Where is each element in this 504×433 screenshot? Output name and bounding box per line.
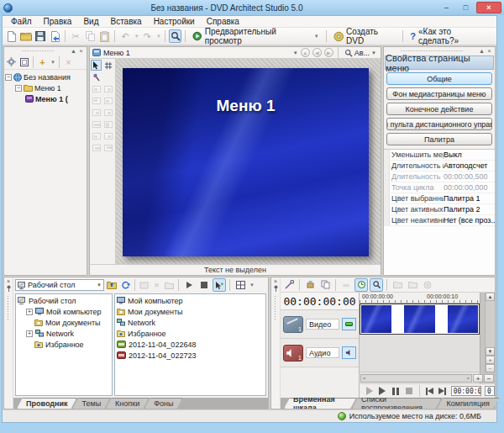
close-panel-icon[interactable]: × (7, 278, 10, 284)
cursor-timecode-field[interactable]: 00:00:0 (451, 386, 481, 396)
properties-tab-remote-buttons[interactable]: Кнопки пульта дистанционного управления (386, 118, 492, 130)
property-row[interactable]: Уменьшить мерцан...Выкл (384, 150, 495, 161)
tab-playlists[interactable]: Списки воспроизведения (352, 398, 441, 409)
tab-backgrounds[interactable]: Фоны (144, 398, 182, 409)
expander-icon[interactable]: + (26, 309, 33, 315)
new-project-icon[interactable] (5, 29, 18, 43)
video-clip[interactable] (361, 305, 391, 333)
create-dvd-button[interactable]: Создать DVD (330, 29, 400, 44)
expander-icon[interactable]: + (26, 330, 33, 337)
properties-tab-end-action[interactable]: Конечное действие (386, 103, 492, 115)
center-vertical-icon[interactable] (102, 107, 113, 118)
burn-disc-icon[interactable] (421, 278, 434, 292)
location-combo[interactable]: Рабочий стол ▼ (15, 279, 104, 291)
same-width-icon[interactable] (91, 119, 102, 129)
align-bottom-icon[interactable] (102, 95, 113, 106)
space-across-icon[interactable] (91, 130, 102, 141)
scroll-up-icon[interactable]: ▲ (486, 293, 495, 301)
menu-selector-combo[interactable]: Меню 1 ▼ (103, 49, 298, 57)
tab-compilation[interactable]: Компиляция (437, 398, 499, 409)
file-item[interactable]: Избранное (115, 328, 265, 339)
auto-preview-toggle-icon[interactable] (213, 278, 226, 292)
link-icon[interactable] (339, 278, 353, 292)
zoom-combo[interactable]: Ав... ▼ (343, 49, 378, 57)
pause-button[interactable] (391, 386, 401, 396)
close-panel-icon[interactable]: × (274, 278, 277, 284)
delete-item-icon[interactable]: × (63, 56, 74, 67)
tree-item-favorites[interactable]: Избранное (16, 339, 112, 350)
video-clip[interactable] (404, 305, 434, 333)
timeline-ruler[interactable]: 00:00:00:00 00:00:00:10 (360, 293, 480, 304)
settings-gear-icon[interactable] (6, 56, 17, 67)
copy-frame-icon[interactable] (318, 278, 332, 292)
properties-tab-palette[interactable]: Палитра (386, 133, 492, 145)
expander-icon[interactable]: − (15, 85, 22, 92)
copy-icon[interactable] (84, 29, 97, 43)
zoom-in-time-icon[interactable]: + (473, 374, 483, 383)
folder-up-icon[interactable] (106, 279, 118, 291)
file-item[interactable]: Network (115, 317, 265, 328)
audio-mute-button[interactable] (342, 346, 356, 359)
play-media-icon[interactable] (182, 278, 196, 292)
video-clip-lane[interactable] (360, 304, 480, 335)
stop-button[interactable] (404, 386, 414, 396)
title-bar[interactable]: Без названия - DVD Architect Studio 5.0 … (0, 0, 504, 15)
same-height-icon[interactable] (102, 119, 113, 129)
undo-dropdown-icon[interactable]: ▼ (134, 34, 139, 39)
select-tool-button[interactable] (91, 60, 102, 71)
tree-item-network[interactable]: + Network (16, 328, 112, 339)
file-item[interactable]: 2012-11-04_022648 (115, 339, 265, 350)
tab-buttons[interactable]: Кнопки (106, 398, 149, 409)
grid-tool-button[interactable] (102, 60, 113, 71)
menu-file[interactable]: Файл (5, 17, 38, 26)
project-properties-icon[interactable] (49, 29, 61, 43)
size-to-grid-icon[interactable] (91, 142, 102, 153)
vertical-scrollbar[interactable]: ▲ ▼ + − (485, 293, 495, 372)
file-item[interactable]: Мой компьютер (115, 295, 265, 306)
play-from-start-button[interactable] (365, 386, 375, 396)
menu-title-text[interactable]: Меню 1 (123, 97, 369, 115)
add-to-project-icon[interactable] (139, 278, 150, 292)
horizontal-scrollbar[interactable]: < > + − (360, 373, 495, 383)
zoom-out-vertical-icon[interactable]: − (486, 364, 495, 372)
menu-edit[interactable]: Правка (38, 17, 78, 26)
tree-item-documents[interactable]: Мои документы (16, 317, 112, 328)
file-item[interactable]: 2012-11-04_022723 (115, 350, 265, 361)
property-row[interactable]: Цвет активных кн...Палитра 2 (384, 204, 495, 215)
selection-mode-toggle-icon[interactable] (169, 29, 181, 43)
align-left-icon[interactable] (91, 83, 102, 94)
menu-insert[interactable]: Вставка (104, 17, 147, 26)
refresh-icon[interactable] (119, 279, 131, 291)
align-top-icon[interactable] (91, 95, 102, 106)
fit-to-safe-area-icon[interactable] (102, 142, 113, 153)
nav-forward-button[interactable]: ▶ (324, 48, 333, 57)
stop-media-icon[interactable] (197, 278, 211, 292)
timeline-timecode[interactable]: 00:00:00:00 (281, 293, 359, 310)
tab-timeline[interactable]: Временная шкала (284, 398, 356, 409)
how-to-button[interactable]: ? «Как это сделать?» (407, 29, 494, 44)
open-project-icon[interactable] (19, 29, 32, 43)
menu-options[interactable]: Настройки (148, 17, 201, 26)
video-track-header[interactable]: 1 Видео (281, 310, 359, 339)
nav-back-button[interactable]: ◀ (312, 48, 322, 57)
properties-tab-general[interactable]: Общие (386, 72, 492, 85)
undo-icon[interactable]: ↶ (118, 29, 131, 43)
snap-tool-button[interactable] (91, 71, 102, 82)
frame-icon[interactable] (18, 56, 29, 67)
tab-explorer[interactable]: Проводник (17, 398, 76, 409)
zoom-tool-toggle-icon[interactable] (370, 278, 383, 292)
close-panel-icon[interactable]: × (77, 48, 85, 55)
preview-dropdown-icon[interactable]: ▼ (314, 34, 319, 39)
maximize-button[interactable]: □ (457, 2, 475, 13)
property-row[interactable]: Цвет выбранных к...Палитра 1 (384, 193, 495, 204)
paste-icon[interactable] (98, 29, 111, 43)
close-button[interactable]: × (476, 2, 501, 13)
menu-preview-canvas[interactable]: Меню 1 (123, 68, 369, 256)
minimize-button[interactable]: – (438, 2, 455, 13)
go-to-end-button[interactable] (438, 386, 448, 396)
space-down-icon[interactable] (102, 130, 113, 141)
tree-item-menu[interactable]: − Меню 1 (5, 82, 86, 93)
audio-track-label[interactable]: Аудио (306, 347, 339, 358)
tree-item-desktop[interactable]: Рабочий стол (16, 295, 112, 306)
scroll-right-icon[interactable]: > (466, 376, 470, 381)
